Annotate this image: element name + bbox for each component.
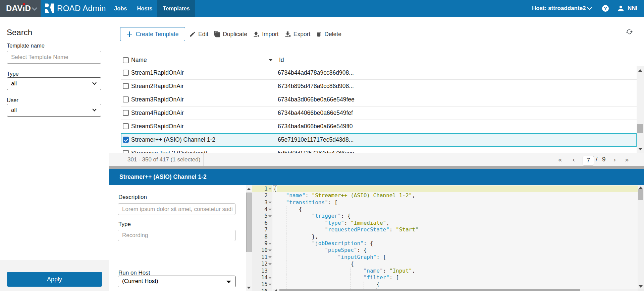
table-row[interactable]: Stream3RapidOnAir6734ba3d066be0a66e549fe… — [121, 93, 637, 106]
pagination-range-text: 301 - 350 of 417 (1 selected) — [127, 156, 200, 163]
row-checkbox[interactable] — [123, 150, 129, 153]
detail-form: Description Lorem ipsum dolor sit amet, … — [109, 185, 246, 291]
detail-type-label: Type — [118, 221, 131, 228]
line-number: 1 — [254, 186, 268, 192]
row-checkbox[interactable] — [123, 70, 129, 76]
scroll-up-icon[interactable] — [638, 69, 642, 72]
type-filter-select[interactable]: all — [7, 77, 101, 90]
create-template-button[interactable]: Create Template — [120, 27, 185, 41]
import-button[interactable]: Import — [253, 31, 279, 38]
fold-arrow-icon[interactable] — [268, 263, 272, 265]
search-sidebar: Search Template name Type all User all A… — [0, 17, 109, 291]
line-number: 7 — [254, 226, 268, 233]
table-scrollbar[interactable] — [637, 66, 644, 153]
fold-arrow-icon[interactable] — [268, 243, 272, 245]
top-navbar: DAVıD ROAD Admin JobsHostsTemplates Host… — [0, 0, 644, 17]
brand-menu[interactable]: DAVıD — [0, 0, 41, 17]
gutter-line: 12 — [252, 261, 272, 267]
sort-descending-icon[interactable] — [269, 59, 273, 61]
table-row[interactable]: Stream2RapidOnAir6734b895d478a9cc86d908.… — [121, 80, 637, 93]
page-number-input[interactable] — [583, 156, 594, 166]
line-number: 14 — [254, 274, 268, 281]
row-checkbox[interactable] — [123, 96, 129, 102]
fold-arrow-icon[interactable] — [268, 188, 272, 190]
column-header-name[interactable]: Name — [121, 55, 276, 66]
last-page-button[interactable]: » — [625, 153, 629, 166]
export-button[interactable]: Export — [284, 31, 311, 38]
scroll-up-icon[interactable] — [247, 188, 251, 190]
table-row[interactable]: Streaming Test 2 (Datastead)5d5bf0b07257… — [121, 147, 637, 153]
table-row[interactable]: Streamer++ (ASIO) Channel 1-265e71910e11… — [121, 133, 637, 147]
select-all-checkbox[interactable] — [123, 57, 129, 63]
user-icon — [617, 5, 625, 12]
duplicate-button[interactable]: Duplicate — [214, 31, 247, 38]
line-number: 10 — [254, 247, 268, 253]
fold-arrow-icon[interactable] — [268, 256, 272, 258]
run-on-host-select[interactable]: (Current Host) — [118, 276, 236, 287]
refresh-icon[interactable] — [626, 28, 633, 35]
host-chevron-down-icon[interactable] — [587, 7, 592, 10]
edit-button[interactable]: Edit — [189, 31, 208, 38]
scroll-down-icon[interactable] — [639, 285, 643, 288]
table-row[interactable]: Stream4RapidOnAir6734ba44066be0a66e549fe… — [121, 106, 637, 120]
table-row[interactable]: Stream5RapidOnAir6734ba4a066be0a66e549ff… — [121, 120, 637, 133]
editor-horizontal-scrollbar[interactable] — [273, 289, 644, 291]
editor-hscrollbar-thumb[interactable] — [279, 289, 580, 291]
code-line: { — [273, 186, 638, 192]
fold-arrow-icon[interactable] — [268, 215, 272, 217]
line-number: 9 — [254, 240, 268, 247]
gutter-line: 16 — [252, 288, 272, 291]
form-scrollbar-thumb[interactable] — [246, 193, 252, 252]
detail-type-input[interactable]: Recording — [118, 230, 236, 241]
apply-button[interactable]: Apply — [7, 272, 102, 287]
host-dropdown[interactable]: Host: sttroaddante2 — [532, 0, 586, 17]
next-page-button[interactable]: › — [613, 153, 616, 166]
row-checkbox[interactable] — [123, 110, 129, 116]
table-scrollbar-thumb[interactable] — [637, 124, 643, 133]
json-editor[interactable]: 12345678910111213141516 { "name": "Strea… — [252, 185, 644, 291]
user-menu[interactable]: NNI — [617, 0, 637, 17]
scroll-down-icon[interactable] — [247, 287, 251, 289]
delete-button[interactable]: Delete — [316, 31, 341, 38]
row-checkbox-checked[interactable] — [123, 137, 129, 143]
fold-arrow-icon[interactable] — [268, 277, 272, 279]
column-header-id[interactable]: Id — [276, 55, 356, 66]
line-number: 3 — [254, 199, 268, 206]
user-filter-select[interactable]: all — [7, 104, 101, 117]
table-horizontal-scrollbar[interactable] — [109, 166, 644, 169]
fold-arrow-icon[interactable] — [268, 249, 272, 251]
user-initials: NNI — [628, 5, 637, 12]
application-window: DAVıD ROAD Admin JobsHostsTemplates Host… — [0, 0, 644, 291]
table-row[interactable]: Stream1RapidOnAir6734b44ad478a9cc86d908.… — [121, 66, 637, 80]
editor-code[interactable]: { "name": "Streamer++ (ASIO) Channel 1-2… — [273, 185, 638, 291]
run-on-host-value: (Current Host) — [122, 278, 158, 284]
detail-panel-title: Streamer++ (ASIO) Channel 1-2 — [119, 169, 207, 185]
fold-arrow-icon[interactable] — [268, 202, 272, 204]
description-input[interactable]: Lorem ipsum dolor sit amet, consetetur s… — [118, 203, 236, 215]
description-label: Description — [118, 194, 147, 201]
nav-item-templates[interactable]: Templates — [157, 0, 195, 17]
line-number: 13 — [254, 268, 268, 274]
fold-arrow-icon[interactable] — [268, 284, 272, 286]
nav-item-jobs[interactable]: Jobs — [109, 0, 132, 17]
scroll-up-icon[interactable] — [639, 187, 643, 189]
template-name-input[interactable] — [7, 51, 101, 64]
user-filter-value: all — [11, 107, 17, 113]
sidebar-title: Search — [7, 28, 32, 37]
cell-id: 6734ba4a066be0a66e549ff0 — [278, 123, 353, 130]
scroll-left-icon[interactable] — [274, 289, 277, 291]
nav-item-hosts[interactable]: Hosts — [132, 0, 158, 17]
gutter-line: 15 — [252, 281, 272, 288]
editor-vscrollbar-thumb[interactable] — [638, 189, 643, 200]
form-scrollbar[interactable] — [246, 185, 252, 291]
previous-page-button[interactable]: ‹ — [573, 153, 575, 166]
help-icon[interactable]: ? — [602, 5, 609, 12]
scroll-down-icon[interactable] — [638, 148, 642, 150]
line-number: 5 — [254, 213, 268, 219]
row-checkbox[interactable] — [123, 83, 129, 89]
fold-arrow-icon[interactable] — [268, 209, 272, 211]
editor-vertical-scrollbar[interactable] — [638, 185, 644, 289]
brand-logo: DAVıD — [6, 0, 31, 17]
row-checkbox[interactable] — [123, 123, 129, 129]
first-page-button[interactable]: « — [558, 153, 562, 166]
